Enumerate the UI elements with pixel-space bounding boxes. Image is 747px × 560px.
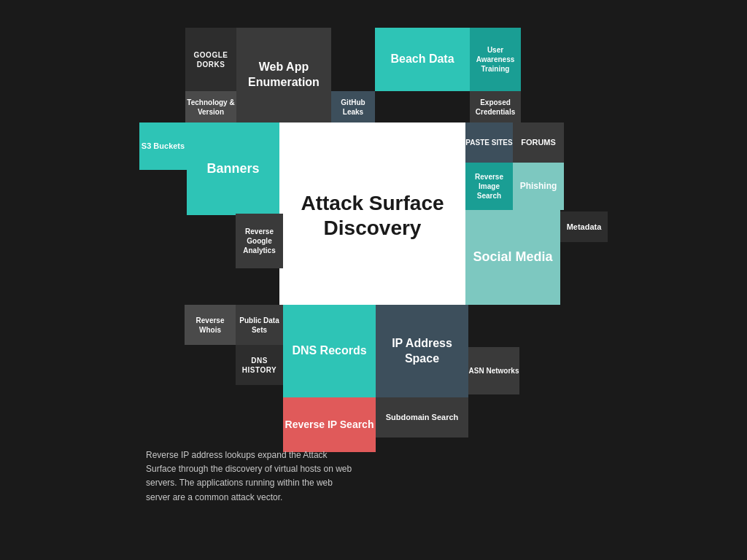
tile-dns-history[interactable]: DNS HISTORY <box>236 345 283 385</box>
tile-ip-address-space[interactable]: IP Address Space <box>376 305 468 397</box>
tile-phishing[interactable]: Phishing <box>513 163 564 210</box>
description-text: Reverse IP address lookups expand the At… <box>146 448 357 505</box>
tile-public-data-sets[interactable]: Public Data Sets <box>236 305 283 345</box>
tile-s3-buckets[interactable]: S3 Buckets <box>139 122 187 170</box>
tile-dns-records[interactable]: DNS Records <box>283 305 376 397</box>
tile-google-dorks[interactable]: GOOGLE DORKS <box>185 28 236 91</box>
tile-paste-sites[interactable]: PASTE SITES <box>465 122 513 163</box>
tile-asn-networks[interactable]: ASN Networks <box>468 347 519 394</box>
tile-user-awareness[interactable]: User Awareness Training <box>470 28 521 91</box>
tile-beach-data[interactable]: Beach Data <box>375 28 470 91</box>
tile-reverse-ip-search[interactable]: Reverse IP Search <box>283 397 376 452</box>
tile-github-leaks[interactable]: GitHub Leaks <box>331 91 375 122</box>
tile-forums[interactable]: FORUMS <box>513 122 564 163</box>
tile-reverse-google-analytics[interactable]: Reverse Google Analytics <box>236 214 283 268</box>
tile-technology-version[interactable]: Technology & Version <box>185 91 236 122</box>
tile-reverse-image-search[interactable]: Reverse Image Search <box>465 163 513 210</box>
tile-metadata[interactable]: Metadata <box>560 211 608 242</box>
center-tile[interactable]: Attack Surface Discovery <box>279 122 465 308</box>
tile-banners[interactable]: Banners <box>187 122 279 215</box>
tile-web-app[interactable]: Web App Enumeration <box>236 28 331 122</box>
tile-subdomain-search[interactable]: Subdomain Search <box>376 397 468 438</box>
tile-exposed-credentials[interactable]: Exposed Credentials <box>470 91 521 122</box>
tile-social-media[interactable]: Social Media <box>465 210 560 305</box>
tile-reverse-whois[interactable]: Reverse Whois <box>185 305 236 345</box>
